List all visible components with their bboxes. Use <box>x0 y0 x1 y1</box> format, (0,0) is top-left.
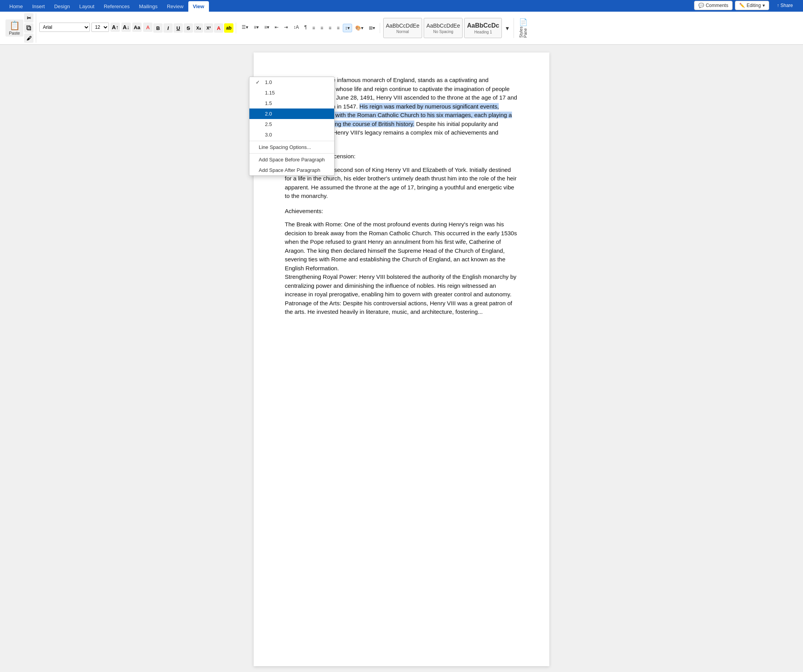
ls-action-after[interactable]: Add Space After Paragraph <box>249 165 334 175</box>
paste-icon: 📋 <box>9 21 20 31</box>
clear-formatting-button[interactable]: A <box>143 23 153 32</box>
sort-button[interactable]: ↕A <box>291 23 301 32</box>
ls-label-2-5: 2.5 <box>265 121 272 127</box>
break-rome-paragraph: The Break with Rome: One of the most pro… <box>285 220 518 273</box>
font-family-select[interactable]: Arial Times New Roman Calibri <box>39 23 90 32</box>
multilevel-button[interactable]: ≡▾ <box>262 23 272 32</box>
more-styles-button[interactable]: ▾ <box>503 23 511 33</box>
highlight-color-button[interactable]: ab <box>224 23 233 33</box>
royal-power-paragraph: Strengthening Royal Power: Henry VIII bo… <box>285 273 518 299</box>
top-right-buttons: 💬 Comments ✏️ Editing ▾ ↑ Share <box>694 1 798 12</box>
arts-paragraph: Patronage of the Arts: Despite his contr… <box>285 299 518 317</box>
style-heading1[interactable]: AaBbCcDc Heading 1 <box>464 18 502 38</box>
ls-after-label: Add Space After Paragraph <box>259 167 320 173</box>
ribbon-content: 📋 Paste ✂ ⿻ 🖌 Arial Times New Roman Cali… <box>0 12 803 45</box>
increase-indent-button[interactable]: ⇥ <box>282 23 290 32</box>
align-right-button[interactable]: ≡ <box>326 24 334 32</box>
subscript-button[interactable]: X₂ <box>194 23 203 33</box>
tab-review[interactable]: Review <box>162 1 188 12</box>
paste-button[interactable]: 📋 Paste <box>5 19 23 37</box>
ls-option-3-0[interactable]: 3.0 <box>249 130 334 140</box>
styles-group: AaBbCcDdEe Normal AaBbCcDdEe No Spacing … <box>381 18 514 38</box>
style-heading1-label: Heading 1 <box>474 30 492 34</box>
change-case-button[interactable]: Aa <box>132 23 142 32</box>
decrease-indent-button[interactable]: ⇤ <box>272 23 281 32</box>
tab-layout[interactable]: Layout <box>75 1 99 12</box>
styles-pane-label: Styles Pane <box>519 26 528 38</box>
decrease-font-button[interactable]: A↓ <box>121 23 131 32</box>
styles-pane-group: 📄 Styles Pane <box>515 18 532 38</box>
ls-option-1-15[interactable]: 1.15 <box>249 88 334 98</box>
ribbon-top: Home Insert Design Layout References Mai… <box>0 0 803 12</box>
underline-button[interactable]: U <box>174 23 183 33</box>
tab-design[interactable]: Design <box>49 1 74 12</box>
ls-option-1-0[interactable]: ✓ 1.0 <box>249 77 334 88</box>
ls-label-1-15: 1.15 <box>265 90 275 96</box>
ls-label-1-5: 1.5 <box>265 100 272 106</box>
ribbon-toolbar: 📋 Paste ✂ ⿻ 🖌 Arial Times New Roman Cali… <box>0 12 803 44</box>
line-spacing-dropdown-arrow: ▾ <box>347 25 350 31</box>
ls-divider-2 <box>249 153 334 154</box>
bold-button[interactable]: B <box>153 23 163 33</box>
styles-pane-button[interactable]: 📄 Styles Pane <box>517 18 529 38</box>
font-color-button[interactable]: A <box>214 23 223 33</box>
ls-checkmark-1-0: ✓ <box>256 79 262 85</box>
tab-home[interactable]: Home <box>5 1 28 12</box>
ls-label-3-0: 3.0 <box>265 132 272 138</box>
ls-options-label: Line Spacing Options... <box>259 144 311 150</box>
borders-button[interactable]: ⊞▾ <box>366 24 377 32</box>
styles-pane-icon: 📄 <box>519 18 528 26</box>
numbering-button[interactable]: ≡▾ <box>251 23 261 32</box>
bullets-button[interactable]: ☰▾ <box>239 23 251 32</box>
ls-option-1-5[interactable]: 1.5 <box>249 98 334 108</box>
justify-button[interactable]: ≡ <box>335 24 342 32</box>
share-button[interactable]: ↑ Share <box>771 1 798 10</box>
font-group: Arial Times New Roman Calibri 12 10 11 1… <box>37 23 236 33</box>
cut-button[interactable]: ✂ <box>24 13 33 23</box>
show-hide-button[interactable]: ¶ <box>302 23 309 32</box>
style-no-spacing-preview: AaBbCcDdEe <box>426 23 460 29</box>
copy-button[interactable]: ⿻ <box>24 23 33 33</box>
format-painter-button[interactable]: 🖌 <box>24 33 33 43</box>
ribbon-tabs-row: Home Insert Design Layout References Mai… <box>5 1 209 12</box>
ls-option-2-5[interactable]: 2.5 <box>249 119 334 130</box>
style-no-spacing[interactable]: AaBbCcDdEe No Spacing <box>424 18 463 38</box>
font-size-select[interactable]: 12 10 11 14 16 <box>91 23 109 32</box>
comments-icon: 💬 <box>698 3 704 8</box>
line-spacing-button[interactable]: ↕ ▾ <box>343 24 352 32</box>
tab-view[interactable]: View <box>188 1 209 12</box>
ls-action-options[interactable]: Line Spacing Options... <box>249 142 334 152</box>
align-left-button[interactable]: ≡ <box>310 24 317 32</box>
ls-label-1-0: 1.0 <box>265 79 272 85</box>
tab-insert[interactable]: Insert <box>28 1 50 12</box>
editing-button[interactable]: ✏️ Editing ▾ <box>735 1 769 10</box>
line-spacing-dropdown: ✓ 1.0 1.15 1.5 2.0 2.5 3.0 Line Spacin <box>249 77 335 176</box>
style-normal-label: Normal <box>396 30 409 34</box>
document-area: King Henry VIII, the infamous monarch of… <box>0 45 803 672</box>
paragraph-group: ☰▾ ≡▾ ≡▾ ⇤ ⇥ ↕A ¶ ≡ ≡ ≡ ≡ ↕ ▾ 🎨▾ ⊞▾ <box>237 23 380 33</box>
tab-references[interactable]: References <box>99 1 134 12</box>
tab-mailings[interactable]: Mailings <box>134 1 162 12</box>
strikethrough-button[interactable]: S <box>184 23 193 33</box>
center-button[interactable]: ≡ <box>318 24 326 32</box>
increase-font-button[interactable]: A↑ <box>110 23 120 32</box>
ls-option-2-0[interactable]: 2.0 <box>249 108 334 119</box>
style-no-spacing-label: No Spacing <box>433 30 453 34</box>
italic-button[interactable]: I <box>163 23 173 33</box>
editing-icon: ✏️ <box>739 3 745 8</box>
ls-action-before[interactable]: Add Space Before Paragraph <box>249 154 334 165</box>
clipboard-group: 📋 Paste ✂ ⿻ 🖌 <box>3 13 36 43</box>
share-icon: ↑ <box>777 3 779 8</box>
ls-divider-1 <box>249 141 334 141</box>
achievements-heading: Achievements: <box>285 207 518 216</box>
style-normal-preview: AaBbCcDdEe <box>386 23 419 29</box>
ls-before-label: Add Space Before Paragraph <box>259 157 325 163</box>
superscript-button[interactable]: X² <box>204 23 213 33</box>
ls-label-2-0: 2.0 <box>265 111 272 117</box>
style-heading1-preview: AaBbCcDc <box>467 22 499 29</box>
comments-button[interactable]: 💬 Comments <box>694 1 733 10</box>
shading-button[interactable]: 🎨▾ <box>353 24 366 32</box>
style-normal[interactable]: AaBbCcDdEe Normal <box>383 18 422 38</box>
app-body: King Henry VIII, the infamous monarch of… <box>0 45 803 672</box>
chevron-down-icon: ▾ <box>763 3 765 8</box>
